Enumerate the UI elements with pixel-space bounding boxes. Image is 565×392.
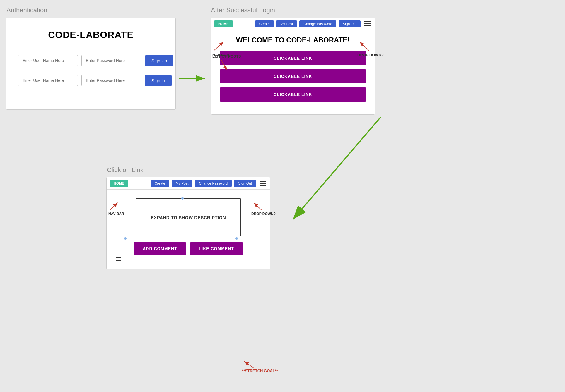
success-dropdown-arrow (357, 40, 372, 52)
success-nav-bar: HOME Create My Post Change Password Sign… (211, 18, 375, 30)
click-nav-changepass-btn[interactable]: Change Password (195, 180, 232, 187)
signin-row: Sign In (18, 75, 164, 86)
signin-button[interactable]: Sign In (145, 75, 172, 86)
click-bottom-hamburger[interactable] (112, 255, 125, 263)
list-of-posts-arrow (212, 59, 230, 73)
svg-line-7 (360, 42, 369, 51)
wire-dot-1 (181, 197, 184, 200)
app-title: CODE-LABORATE (18, 30, 164, 40)
svg-line-5 (221, 60, 227, 70)
svg-line-15 (244, 361, 254, 368)
success-hamburger-menu[interactable] (363, 20, 372, 27)
success-nav-changepass-btn[interactable]: Change Password (299, 20, 336, 27)
signin-username-input[interactable] (18, 75, 78, 86)
click-nav-mypost-btn[interactable]: My Post (172, 180, 192, 187)
clickable-link-2[interactable]: CLICKABLE LINK (220, 69, 366, 83)
wire-dot-2 (124, 237, 127, 240)
svg-line-9 (293, 117, 381, 219)
svg-line-13 (254, 203, 262, 210)
click-hamburger-menu[interactable] (258, 180, 267, 187)
clickable-link-1[interactable]: CLICKABLE LINK (220, 51, 366, 65)
signup-row: Sign Up (18, 55, 164, 66)
click-nav-bar: HOME Create My Post Change Password Sign… (107, 177, 270, 190)
success-nav-mypost-btn[interactable]: My Post (276, 20, 297, 27)
stretch-goal-label: **STRETCH GOAL** (242, 360, 278, 373)
success-nav-signout-btn[interactable]: Sign Out (339, 20, 361, 27)
signin-password-input[interactable] (81, 75, 141, 86)
click-dropdown-label: DROP DOWN? (251, 201, 276, 216)
list-of-posts-label: LIST OF POSTS (212, 54, 241, 74)
success-dropdown-label: DROP DOWN? (357, 40, 384, 57)
wire-dot-3 (235, 237, 238, 240)
click-panel: HOME Create My Post Change Password Sign… (106, 177, 270, 269)
signup-username-input[interactable] (18, 55, 78, 66)
success-nav-create-btn[interactable]: Create (255, 20, 274, 27)
click-nav-bar-label: NAV BAR (108, 201, 124, 216)
description-box: EXPAND TO SHOW DESCRIPTION (136, 198, 241, 236)
click-dropdown-arrow (251, 201, 263, 212)
big-green-arrow (278, 114, 395, 231)
clickable-link-3[interactable]: CLICKABLE LINK (220, 87, 366, 102)
svg-line-3 (214, 42, 223, 51)
stretch-goal-arrow (242, 360, 257, 369)
arrow-auth-to-success (179, 73, 209, 84)
add-comment-button[interactable]: ADD COMMENT (134, 242, 186, 255)
click-panel-body: EXPAND TO SHOW DESCRIPTION ADD COMMENT L… (107, 190, 270, 269)
signup-button[interactable]: Sign Up (145, 55, 173, 66)
click-nav-signout-btn[interactable]: Sign Out (234, 180, 256, 187)
success-nav-home-btn[interactable]: HOME (214, 20, 233, 27)
like-comment-button[interactable]: LIKE COMMENT (190, 242, 243, 255)
svg-line-11 (110, 203, 118, 210)
auth-section-label: Authentication (6, 6, 47, 14)
click-nav-home-btn[interactable]: HOME (110, 180, 128, 187)
success-welcome-title: WELCOME TO CODE-LABORATE! (220, 36, 366, 44)
click-nav-bar-arrow (108, 201, 120, 212)
click-link-section-label: Click on Link (107, 166, 144, 174)
comment-actions: ADD COMMENT LIKE COMMENT (112, 242, 264, 255)
signup-password-input[interactable] (81, 55, 141, 66)
auth-panel: CODE-LABORATE Sign Up Sign In (6, 18, 176, 110)
success-section-label: After Successful Login (211, 6, 275, 14)
description-text: EXPAND TO SHOW DESCRIPTION (151, 215, 226, 220)
success-nav-bar-arrow (212, 40, 227, 52)
click-nav-create-btn[interactable]: Create (151, 180, 169, 187)
